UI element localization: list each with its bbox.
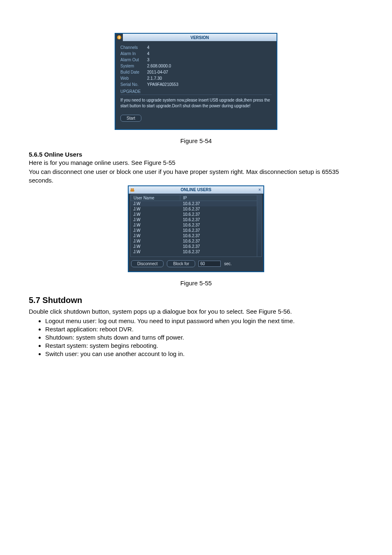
block-for-button[interactable]: Block for (167, 260, 195, 267)
online-title: ONLINE USERS (136, 187, 256, 192)
section-5-7-p1: Double click shutdown button, system pop… (29, 308, 363, 316)
section-5-7-title: 5.7 Shutdown (29, 296, 363, 305)
sec-label: sec. (224, 261, 231, 266)
table-row[interactable]: J.W10.6.2.37 (131, 244, 261, 249)
col-user-name: User Name (131, 195, 180, 201)
list-item: Switch user: you can use another account… (45, 350, 363, 357)
kv-row: Channels4 (120, 45, 272, 50)
section-5-6-5-title: 5.6.5 Online Users (29, 151, 363, 158)
online-users-list[interactable]: User Name IP J.W10.6.2.37 J.W10.6.2.37 J… (130, 194, 262, 257)
users-icon (129, 186, 136, 194)
list-item: Shutdown: system shuts down and turns of… (45, 334, 363, 341)
start-button[interactable]: Start (120, 115, 141, 122)
shutdown-bullet-list: Logout menu user: log out menu. You need… (29, 317, 363, 357)
kv-row: System2.608.0000.0 (120, 64, 272, 68)
table-row[interactable]: J.W10.6.2.37 (131, 238, 261, 244)
info-icon (115, 34, 123, 41)
figure-caption-5-55: Figure 5-55 (29, 280, 363, 287)
online-users-window: ONLINE USERS × User Name IP J.W10.6.2.37… (128, 185, 264, 272)
table-row[interactable]: J.W10.6.2.37 (131, 217, 261, 222)
col-ip: IP (180, 195, 261, 201)
section-5-6-5-p2: You can disconnect one user or block one… (29, 168, 363, 185)
online-titlebar: ONLINE USERS × (129, 186, 263, 194)
kv-row: Build Date2011-04-07 (120, 70, 272, 74)
svg-point-3 (131, 188, 132, 190)
table-row[interactable]: J.W10.6.2.37 (131, 249, 261, 254)
svg-point-4 (132, 188, 134, 190)
version-body: Channels4 Alarm In4 Alarm Out3 System2.6… (115, 41, 277, 129)
list-item: Restart system: system begins rebooting. (45, 342, 363, 349)
kv-row: Alarm In4 (120, 51, 272, 56)
figure-caption-5-54: Figure 5-54 (29, 137, 363, 144)
kv-row: Alarm Out3 (120, 58, 272, 62)
upgrade-header: UPGRADE (120, 89, 272, 95)
disconnect-button[interactable]: Disconnect (131, 260, 164, 267)
table-row[interactable]: J.W10.6.2.37 (131, 206, 261, 212)
kv-row: Web2.1.7.30 (120, 76, 272, 81)
table-row[interactable]: J.W10.6.2.37 (131, 233, 261, 238)
table-row[interactable]: J.W10.6.2.37 (131, 212, 261, 217)
upgrade-help-text: If you need to upgrade system now,please… (120, 97, 272, 109)
version-window: VERSION Channels4 Alarm In4 Alarm Out3 S… (115, 33, 277, 130)
kv-row: Serial No.YPA9FA0210553 (120, 82, 272, 87)
svg-rect-5 (130, 190, 134, 192)
list-item: Logout menu user: log out menu. You need… (45, 317, 363, 324)
section-5-6-5-p1: Here is for you manage online users. See… (29, 159, 363, 167)
svg-rect-1 (119, 37, 120, 39)
table-row[interactable]: J.W10.6.2.37 (131, 228, 261, 233)
version-titlebar: VERSION (115, 34, 277, 41)
table-row[interactable]: J.W10.6.2.37 (131, 201, 261, 206)
block-seconds-input[interactable] (198, 261, 221, 267)
version-title: VERSION (123, 35, 277, 40)
svg-rect-2 (119, 36, 120, 37)
list-item: Restart application: reboot DVR. (45, 326, 363, 333)
close-icon[interactable]: × (256, 187, 263, 192)
table-row[interactable]: J.W10.6.2.37 (131, 222, 261, 228)
